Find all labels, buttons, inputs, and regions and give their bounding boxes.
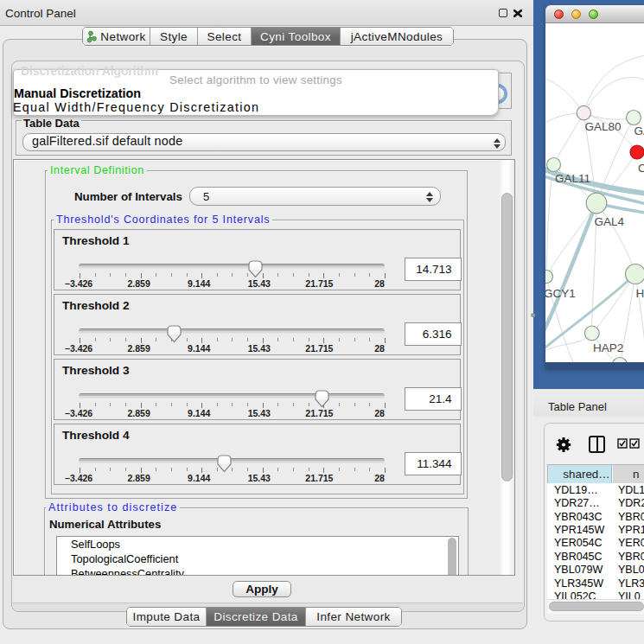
svg-text:GAL80: GAL80 xyxy=(634,124,644,137)
svg-text:HAP: HAP xyxy=(636,287,644,300)
svg-text:GAL80: GAL80 xyxy=(585,120,622,133)
svg-text:CYC1: CYC1 xyxy=(638,162,644,175)
svg-text:GCY1: GCY1 xyxy=(545,287,576,300)
svg-text:GAL4: GAL4 xyxy=(595,215,625,228)
svg-text:GAL11: GAL11 xyxy=(555,172,590,185)
svg-text:HAP2: HAP2 xyxy=(593,341,623,354)
